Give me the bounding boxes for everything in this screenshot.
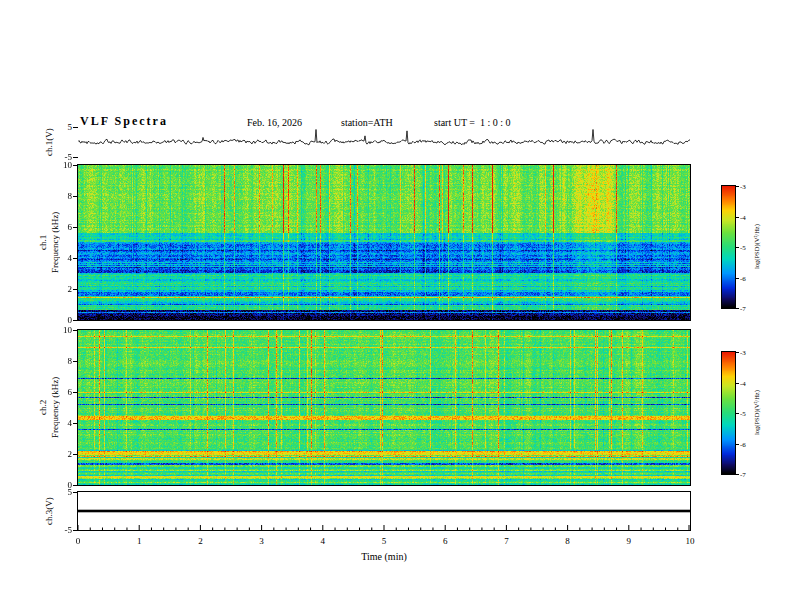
- ch1-frequency-axis-label: Frequency (kHz): [50, 165, 60, 320]
- tick-mark: [736, 383, 739, 384]
- tick-mark: [736, 278, 739, 279]
- tick-mark: [736, 352, 739, 353]
- tick-label: 4: [313, 536, 333, 546]
- tick-label: 6: [50, 387, 72, 397]
- tick-mark: [73, 530, 78, 531]
- tick-mark: [73, 196, 78, 197]
- tick-label: 2: [50, 449, 72, 459]
- tick-mark: [73, 392, 78, 393]
- tick-mark: [73, 227, 78, 228]
- tick-label: -5: [50, 525, 72, 535]
- tick-label: 5: [50, 122, 72, 132]
- tick-mark: [736, 186, 739, 187]
- tick-label: 4: [50, 418, 72, 428]
- tick-label: 0: [68, 536, 88, 546]
- ch1-channel-axis-label: ch.1: [38, 165, 48, 320]
- tick-label: 3: [252, 536, 272, 546]
- ch1-spectrogram: [78, 165, 690, 320]
- tick-mark: [73, 165, 78, 166]
- tick-mark: [73, 127, 78, 128]
- tick-label: 10: [680, 536, 700, 546]
- tick-mark: [73, 330, 78, 331]
- tick-mark: [736, 247, 739, 248]
- tick-label: 5: [50, 487, 72, 497]
- tick-label: 10: [50, 325, 72, 335]
- time-axis-label: Time (min): [78, 551, 690, 562]
- tick-mark: [73, 157, 78, 158]
- tick-label: 8: [50, 356, 72, 366]
- tick-mark: [736, 308, 739, 309]
- tick-label: -3: [740, 182, 758, 192]
- tick-label: 10: [50, 160, 72, 170]
- tick-label: -6: [740, 274, 758, 284]
- tick-label: -7: [740, 470, 758, 480]
- tick-mark: [736, 474, 739, 475]
- tick-mark: [736, 217, 739, 218]
- tick-mark: [736, 444, 739, 445]
- tick-label: 5: [374, 536, 394, 546]
- colorbar2: [722, 352, 735, 474]
- tick-label: 2: [50, 284, 72, 294]
- tick-label: -6: [740, 440, 758, 450]
- tick-label: 0: [50, 315, 72, 325]
- tick-label: -4: [740, 379, 758, 389]
- tick-mark: [73, 485, 78, 486]
- tick-label: 8: [50, 191, 72, 201]
- tick-label: 9: [619, 536, 639, 546]
- ch3-waveform-plot: [78, 492, 690, 530]
- vlf-spectra-figure: VLF Spectra Feb. 16, 2026 station=ATH st…: [0, 0, 792, 612]
- tick-label: -5: [740, 409, 758, 419]
- tick-label: -5: [740, 243, 758, 253]
- tick-label: 8: [558, 536, 578, 546]
- ch2-frequency-axis-label: Frequency (kHz): [50, 330, 60, 485]
- tick-mark: [73, 361, 78, 362]
- tick-mark: [73, 492, 78, 493]
- tick-label: 2: [190, 536, 210, 546]
- tick-mark: [73, 320, 78, 321]
- colorbar1: [722, 186, 735, 308]
- tick-label: -7: [740, 304, 758, 314]
- tick-mark: [73, 454, 78, 455]
- tick-label: -3: [740, 348, 758, 358]
- tick-mark: [73, 289, 78, 290]
- tick-label: 1: [129, 536, 149, 546]
- ch2-spectrogram: [78, 330, 690, 485]
- ch2-channel-axis-label: ch.2: [38, 330, 48, 485]
- tick-label: -4: [740, 213, 758, 223]
- tick-label: 7: [496, 536, 516, 546]
- tick-label: 6: [435, 536, 455, 546]
- tick-mark: [73, 423, 78, 424]
- tick-label: 4: [50, 253, 72, 263]
- tick-mark: [736, 413, 739, 414]
- tick-label: 6: [50, 222, 72, 232]
- ch1-waveform-plot: [78, 127, 690, 157]
- tick-mark: [73, 258, 78, 259]
